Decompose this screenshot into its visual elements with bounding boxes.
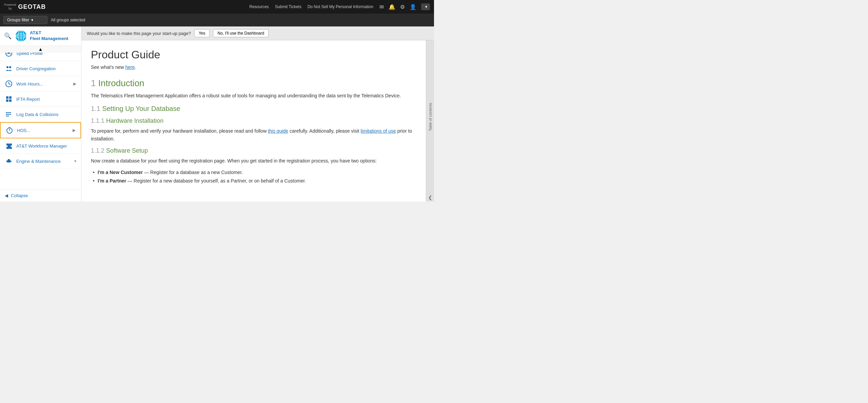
sidebar-item-log-data[interactable]: Log Data & Collisions <box>0 107 81 122</box>
filter-bar: Groups filter ▾ All groups selected <box>0 14 434 26</box>
ifta-report-label: IFTA Report <box>16 97 76 102</box>
section-11-title: Setting Up Your Database <box>102 105 180 112</box>
content-scroll: Product Guide See what's new here. 1 Int… <box>81 40 426 202</box>
startup-no-button[interactable]: No, I'll use the Dashboard <box>213 29 269 37</box>
engine-maintenance-label: Engine & Maintenance <box>16 159 71 164</box>
clock-icon <box>5 80 13 88</box>
top-bar: Poweredby GEOTAB Resources Submit Ticket… <box>0 0 434 14</box>
section-1-body: The Telematics Fleet Management Applicat… <box>91 92 412 99</box>
collapse-arrow-icon: ◀ <box>5 193 8 198</box>
svg-rect-31 <box>9 159 10 160</box>
gear-icon[interactable]: ⚙ <box>400 4 405 10</box>
sidebar-item-engine-maintenance[interactable]: Engine & Maintenance ▾ <box>0 154 81 169</box>
sidebar-item-hos[interactable]: HOS... ▶ <box>0 122 81 138</box>
section-11-num: 1.1 <box>91 105 100 112</box>
svg-rect-13 <box>6 96 8 99</box>
collapse-label: Collapse <box>11 193 28 198</box>
user-icon[interactable]: 👤 <box>410 4 416 10</box>
submit-tickets-link[interactable]: Submit Tickets <box>275 4 301 9</box>
search-button[interactable]: 🔍 <box>4 32 12 40</box>
scroll-up-button[interactable]: ▲ <box>0 46 81 53</box>
work-hours-label: Work Hours... <box>16 81 70 87</box>
sidebar-item-att-workforce[interactable]: AT&T Workforce Manager <box>0 138 81 154</box>
section-1-title: Introduction <box>98 78 144 88</box>
section-11-header: 1.1 Setting Up Your Database <box>91 105 412 113</box>
svg-rect-15 <box>6 99 8 102</box>
section-112-header: 1.1.2 Software Setup <box>91 147 412 154</box>
brand-logo: AT&T Fleet Management <box>15 30 68 42</box>
section-111-title: Hardware Installation <box>106 117 163 124</box>
intro-text-before: See what's new <box>91 64 125 70</box>
puzzle-icon <box>5 142 13 150</box>
sidebar-item-driver-congregation[interactable]: Driver Congregation <box>0 61 81 76</box>
groups-filter-dropdown-arrow: ▾ <box>31 18 33 22</box>
collapse-button[interactable]: ◀ Collapse <box>0 189 81 202</box>
svg-rect-28 <box>6 161 7 162</box>
bullet-item-new-customer: I'm a New Customer — Register for a data… <box>98 168 412 177</box>
section-1-header: 1 Introduction <box>91 78 412 89</box>
att-logo-icon <box>15 30 27 42</box>
section-112-title: Software Setup <box>106 147 148 154</box>
startup-bar: Would you like to make this page your st… <box>81 26 434 40</box>
toc-label: Table of contents <box>428 103 432 131</box>
do-not-sell-link[interactable]: Do Not Sell My Personal Information <box>308 4 373 9</box>
svg-point-22 <box>6 116 7 117</box>
svg-rect-14 <box>9 96 12 99</box>
startup-yes-button[interactable]: Yes <box>194 29 210 37</box>
section-1-num: 1 <box>91 78 96 88</box>
sidebar-item-ifta-report[interactable]: IFTA Report <box>0 92 81 107</box>
top-bar-icons: ✉ 🔔 ⚙ 👤 ▾ <box>379 3 430 10</box>
here-link[interactable]: here <box>125 64 135 70</box>
page-title: Product Guide <box>91 49 412 61</box>
list-icon <box>5 110 13 118</box>
top-bar-right: Resources Submit Tickets Do Not Sell My … <box>250 3 430 10</box>
content-inner: Product Guide See what's new here. 1 Int… <box>81 40 426 202</box>
sidebar: 🔍 AT&T Fleet Management ▲ <box>0 26 81 202</box>
svg-point-21 <box>6 114 7 115</box>
section-111-header: 1.1.1 Hardware Installation <box>91 117 412 124</box>
section-112-num: 1.1.2 <box>91 147 104 154</box>
bullet-list: I'm a New Customer — Register for a data… <box>91 168 412 185</box>
svg-rect-29 <box>11 161 12 162</box>
intro-text-after: . <box>135 64 136 70</box>
bullet-1-bold: I'm a New Customer <box>98 170 143 175</box>
att-workforce-label: AT&T Workforce Manager <box>16 143 76 149</box>
limitations-link[interactable]: limitations of use <box>361 128 396 134</box>
driver-congregation-label: Driver Congregation <box>16 66 76 71</box>
startup-question: Would you like to make this page your st… <box>87 31 191 36</box>
all-groups-text: All groups selected <box>51 18 85 22</box>
engine-maintenance-arrow: ▾ <box>74 159 76 164</box>
svg-rect-30 <box>8 159 9 160</box>
hos-label: HOS... <box>17 128 69 133</box>
toc-collapse-arrow[interactable]: ❮ <box>427 193 434 202</box>
bullet-item-partner: I'm a Partner — Register for a new datab… <box>98 177 412 185</box>
timer-icon <box>5 126 14 134</box>
toc-button[interactable]: Table of contents <box>428 40 432 193</box>
section-112-body: Now create a database for your fleet usi… <box>91 157 412 165</box>
content-area: Would you like to make this page your st… <box>81 26 434 202</box>
svg-point-8 <box>6 66 8 68</box>
svg-point-9 <box>9 66 11 68</box>
powered-by-text: Poweredby <box>4 3 16 11</box>
log-data-label: Log Data & Collisions <box>16 112 76 117</box>
grid-icon <box>5 95 13 103</box>
svg-rect-27 <box>7 160 11 162</box>
groups-filter-button[interactable]: Groups filter ▾ <box>3 16 47 24</box>
section-111-body-before: To prepare for, perform and verify your … <box>91 128 268 134</box>
hos-arrow: ▶ <box>73 128 76 133</box>
bell-icon[interactable]: 🔔 <box>389 4 395 10</box>
this-guide-link[interactable]: this guide <box>268 128 288 134</box>
bullet-2-bold: I'm a Partner <box>98 178 126 184</box>
mail-icon[interactable]: ✉ <box>379 4 384 10</box>
intro-paragraph: See what's new here. <box>91 64 412 70</box>
brand-text: AT&T Fleet Management <box>30 30 68 42</box>
svg-rect-16 <box>9 99 12 102</box>
sidebar-item-work-hours[interactable]: Work Hours... ▶ <box>0 76 81 92</box>
resources-link[interactable]: Resources <box>250 4 269 9</box>
user-button[interactable]: ▾ <box>421 3 430 10</box>
top-bar-brand: Poweredby GEOTAB <box>4 3 46 11</box>
user-dropdown-arrow: ▾ <box>425 4 427 9</box>
svg-point-20 <box>6 112 7 113</box>
geotab-logo: GEOTAB <box>18 3 46 11</box>
section-111-body-after: carefully. Additionally, please visit <box>288 128 360 134</box>
